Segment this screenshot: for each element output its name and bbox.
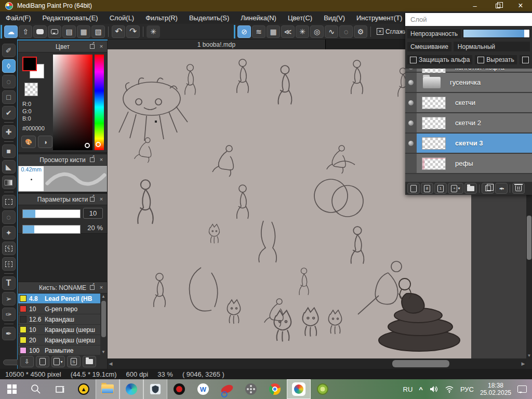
scroll-left-icon[interactable]: ◀	[108, 361, 114, 366]
start-button[interactable]	[0, 379, 24, 399]
scroll-up-icon[interactable]: ▲	[101, 294, 105, 299]
layer-visibility-toggle[interactable]	[405, 69, 417, 72]
media-player-button[interactable]	[239, 379, 263, 399]
horizontal-scrollbar[interactable]: ◀ ▶	[108, 358, 526, 369]
foreground-color-swatch[interactable]	[22, 57, 37, 71]
layer-visibility-toggle[interactable]	[405, 154, 417, 173]
layer-panel-header[interactable]: Слой	[405, 13, 532, 26]
brush-new-button[interactable]	[36, 356, 49, 367]
menu-view[interactable]: Вид(V)	[318, 11, 351, 24]
brush-download-button[interactable]: ⇩	[20, 356, 34, 367]
popout-icon[interactable]	[88, 156, 96, 163]
brush-save-button[interactable]: ▾	[51, 356, 65, 367]
document-settings-button[interactable]: ▦	[77, 25, 90, 38]
duplicate-layer-button[interactable]	[482, 183, 494, 194]
smudge-tool[interactable]: ✑	[2, 308, 16, 321]
annotation-button[interactable]	[48, 25, 61, 38]
layer-row[interactable]: скетчи	[405, 93, 532, 113]
layer-visibility-toggle[interactable]	[405, 73, 417, 92]
medibang-button[interactable]	[287, 379, 311, 399]
scroll-down-icon[interactable]: ▼	[526, 353, 532, 358]
snap-ellipse-button[interactable]: ◌	[339, 25, 353, 38]
snap-settings-button[interactable]: ⚙	[354, 25, 367, 38]
lasso-select-tool[interactable]: ◌	[2, 210, 16, 224]
close-icon[interactable]: ×	[98, 156, 105, 163]
bucket-tool[interactable]: ◣	[2, 160, 16, 174]
language-indicator[interactable]: RU	[403, 385, 413, 393]
edge-button[interactable]	[119, 379, 143, 399]
keyboard-layout-indicator[interactable]: РУС	[460, 385, 474, 393]
close-icon[interactable]: ×	[98, 195, 105, 203]
hue-bar[interactable]	[95, 55, 104, 150]
layer-row[interactable]: скетчи 2	[405, 113, 532, 134]
export-button[interactable]: ⇧	[19, 25, 32, 38]
clock[interactable]: 18:38 25.02.2025	[480, 382, 511, 396]
restore-button[interactable]	[486, 0, 509, 11]
snap-concentric-button[interactable]: ◎	[310, 25, 324, 38]
magic-wand-tool[interactable]: ✦	[2, 226, 16, 240]
eyedropper-tool[interactable]: ✒	[2, 327, 16, 340]
snap-off-button[interactable]: ⊘	[237, 25, 251, 38]
brush-opacity-slider[interactable]	[22, 225, 81, 234]
text-tool[interactable]: T	[2, 276, 16, 290]
chrome-button[interactable]	[263, 379, 287, 399]
sv-picker-handle[interactable]	[85, 143, 90, 148]
document-button[interactable]: ▤	[62, 25, 76, 38]
rect-select-tool[interactable]	[2, 195, 16, 208]
close-button[interactable]: ×	[509, 0, 532, 11]
transparent-color-swatch[interactable]	[24, 83, 38, 96]
new-layer-button[interactable]	[407, 183, 420, 194]
protect-alpha-checkbox[interactable]: Защищать альфа	[407, 55, 472, 64]
undo-button[interactable]: ↶	[112, 25, 125, 38]
task-view-button[interactable]	[48, 379, 72, 399]
new-8bit-layer-button[interactable]: 8	[421, 183, 433, 194]
brush-row[interactable]: 12.6 Карандаш	[18, 314, 107, 325]
popout-icon[interactable]	[88, 195, 96, 203]
form-edit-button[interactable]: ▧	[91, 25, 105, 38]
popout-icon[interactable]	[88, 284, 96, 291]
brush-row[interactable]: 20 Карандаш (шерш	[18, 335, 107, 345]
notification-center-icon[interactable]	[517, 385, 527, 393]
brush-row[interactable]: 10 G-pen перо	[18, 304, 107, 314]
explorer-button[interactable]	[96, 379, 119, 399]
layer-row[interactable]: рефы	[405, 154, 532, 174]
new-1bit-layer-button[interactable]: 1	[434, 183, 447, 194]
blend-mode-select[interactable]: Нормальный	[454, 42, 530, 51]
hue-handle[interactable]	[96, 142, 101, 147]
clipping-checkbox[interactable]: Вырезать	[475, 55, 516, 64]
popout-icon[interactable]	[88, 43, 96, 50]
snap-parallel-button[interactable]: ≋	[252, 25, 265, 38]
saturation-value-picker[interactable]	[53, 55, 92, 150]
layer-visibility-toggle[interactable]	[405, 113, 417, 132]
gradient-tool[interactable]	[2, 176, 16, 189]
shape-tool[interactable]: □	[2, 90, 16, 104]
document-tab[interactable]: 1 booba!.mdp	[108, 39, 326, 49]
opacity-slider[interactable]	[463, 29, 530, 38]
vertical-scroll-thumb[interactable]	[527, 216, 531, 260]
wacom-button[interactable]: W	[191, 379, 215, 399]
menu-file[interactable]: Файл(F)	[0, 11, 37, 24]
snap-curve-button[interactable]: ∿	[325, 25, 338, 38]
brush-script-button[interactable]: S	[67, 356, 81, 367]
wifi-icon[interactable]	[445, 385, 454, 393]
scroll-thumb[interactable]	[101, 301, 106, 337]
recorder-button[interactable]	[167, 379, 191, 399]
palette-edit-button[interactable]: ◑	[38, 136, 52, 148]
volume-icon[interactable]	[429, 385, 438, 393]
select-eraser-tool[interactable]: ◊	[2, 257, 16, 271]
brush-list-scrollbar[interactable]: ▲ ▼	[100, 294, 107, 355]
scroll-down-icon[interactable]: ▼	[101, 350, 105, 354]
scroll-right-icon[interactable]: ▶	[520, 361, 526, 366]
soft-eraser-tool[interactable]: ◌	[2, 75, 16, 88]
menu-edit[interactable]: Редактировать(E)	[37, 11, 104, 24]
menu-ruler[interactable]: Линейка(N)	[235, 11, 282, 24]
brush-row[interactable]: 10 Карандаш (шерш	[18, 325, 107, 335]
layer-visibility-toggle[interactable]	[405, 134, 417, 153]
close-icon[interactable]: ×	[98, 43, 105, 50]
defender-button[interactable]	[143, 379, 167, 399]
layer-row[interactable]: колготки+кофта	[405, 69, 532, 73]
layer-row-selected[interactable]: скетчи 3	[405, 134, 532, 154]
select-pen-tool[interactable]: ✎	[2, 242, 16, 255]
brush-folder-button[interactable]	[83, 356, 96, 367]
red-badge-button[interactable]	[215, 379, 239, 399]
